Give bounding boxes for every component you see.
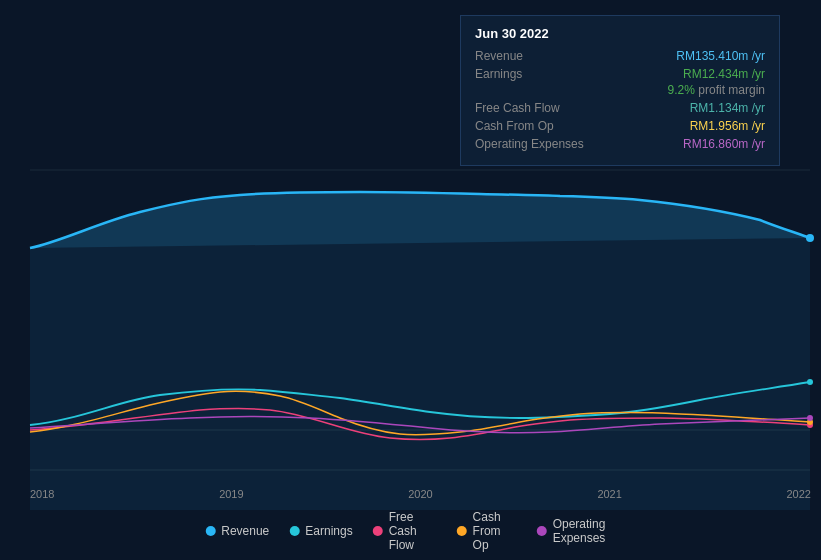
legend-dot-opex	[537, 526, 547, 536]
legend-label-opex: Operating Expenses	[553, 517, 616, 545]
x-axis-labels: 2018 2019 2020 2021 2022	[30, 488, 811, 500]
tooltip-earnings: Earnings RM12.434m /yr	[475, 67, 765, 81]
legend-label-fcf: Free Cash Flow	[389, 510, 437, 552]
legend-earnings[interactable]: Earnings	[289, 524, 352, 538]
revenue-dot	[806, 234, 814, 242]
chart-legend: Revenue Earnings Free Cash Flow Cash Fro…	[205, 510, 616, 552]
legend-cashfromop[interactable]: Cash From Op	[457, 510, 517, 552]
tooltip-fcf: Free Cash Flow RM1.134m /yr	[475, 101, 765, 115]
legend-dot-fcf	[373, 526, 383, 536]
earnings-dot	[807, 379, 813, 385]
tooltip-panel: Jun 30 2022 Revenue RM135.410m /yr Earni…	[460, 15, 780, 166]
legend-dot-earnings	[289, 526, 299, 536]
revenue-area	[30, 192, 810, 510]
legend-revenue[interactable]: Revenue	[205, 524, 269, 538]
opex-dot	[807, 415, 813, 421]
x-label-2019: 2019	[219, 488, 243, 500]
x-label-2020: 2020	[408, 488, 432, 500]
tooltip-opex: Operating Expenses RM16.860m /yr	[475, 137, 765, 151]
legend-label-earnings: Earnings	[305, 524, 352, 538]
x-label-2021: 2021	[597, 488, 621, 500]
tooltip-profit-margin: 9.2% profit margin	[475, 83, 765, 97]
legend-dot-cashfromop	[457, 526, 467, 536]
tooltip-revenue: Revenue RM135.410m /yr	[475, 49, 765, 63]
legend-opex[interactable]: Operating Expenses	[537, 517, 616, 545]
tooltip-cashfromop: Cash From Op RM1.956m /yr	[475, 119, 765, 133]
legend-dot-revenue	[205, 526, 215, 536]
tooltip-date: Jun 30 2022	[475, 26, 765, 41]
legend-label-cashfromop: Cash From Op	[473, 510, 517, 552]
x-label-2022: 2022	[787, 488, 811, 500]
legend-fcf[interactable]: Free Cash Flow	[373, 510, 437, 552]
legend-label-revenue: Revenue	[221, 524, 269, 538]
x-label-2018: 2018	[30, 488, 54, 500]
